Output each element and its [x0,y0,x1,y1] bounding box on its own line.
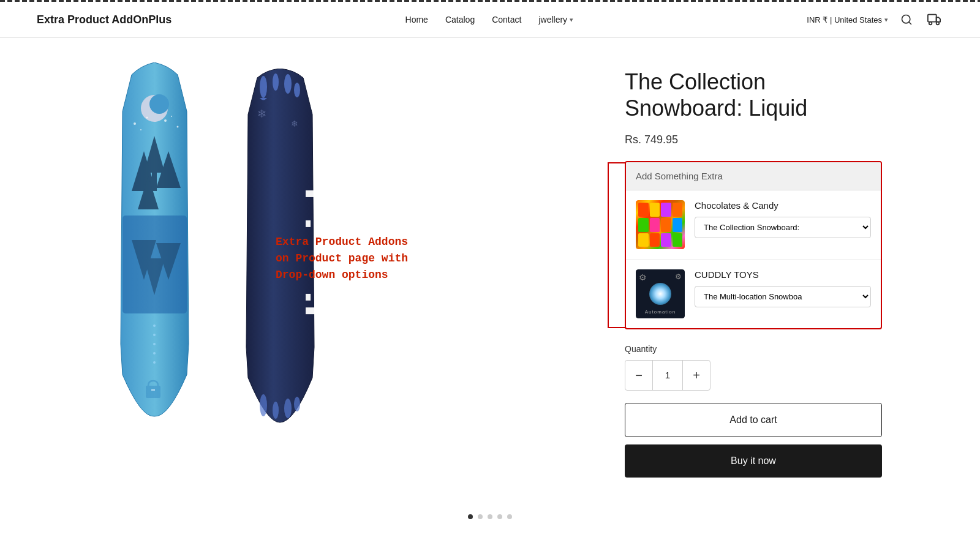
chocolates-image [636,200,685,249]
svg-point-25 [153,352,156,354]
quantity-decrease-button[interactable]: − [625,361,652,390]
chevron-down-icon: ▾ [884,16,888,24]
svg-rect-27 [146,386,160,398]
snowboard-left [98,62,211,418]
product-image-section: liquid ❄ ❄ Extra Pr [98,62,576,478]
svg-line-1 [909,22,911,24]
svg-point-12 [134,122,136,125]
addon-cuddly-info: CUDDLY TOYS The Multi-location Snowboa O… [695,269,871,307]
svg-point-26 [153,361,156,364]
svg-point-14 [164,119,167,122]
svg-point-29 [260,76,267,98]
addon-chocolates-name: Chocolates & Candy [695,200,871,211]
svg-text:❄: ❄ [291,119,298,129]
product-price: Rs. 749.95 [625,133,882,146]
svg-point-6 [149,94,169,114]
svg-point-34 [260,394,267,416]
svg-point-3 [929,22,932,25]
add-to-cart-button[interactable]: Add to cart [625,403,882,437]
dot-5 [507,514,512,519]
svg-point-36 [284,399,292,418]
product-title: The Collection Snowboard: Liquid [625,69,882,121]
cart-icon [927,13,941,26]
svg-rect-11 [152,173,157,191]
header-actions: INR ₹ | United States ▾ [807,10,943,29]
nav-home[interactable]: Home [405,15,428,24]
nav-jewellery-dropdown[interactable]: jwellery ▾ [538,15,573,24]
quantity-control: − 1 + [625,360,710,391]
brand-logo: Extra Product AddOnPlus [37,13,172,26]
svg-point-24 [153,343,156,345]
dot-1 [468,514,473,519]
cuddly-toys-image: ⚙ ⚙ Automation [636,269,685,318]
addon-cuddly-select[interactable]: The Multi-location Snowboa Option 2 Opti… [695,286,871,307]
dot-4 [497,514,502,519]
svg-point-13 [146,117,148,119]
svg-point-4 [937,22,940,25]
extra-section-header: Add Something Extra [626,162,881,190]
product-detail-section: The Collection Snowboard: Liquid Rs. 749… [625,62,882,478]
addon-chocolates-select[interactable]: The Collection Snowboard: Option 2 Optio… [695,217,871,238]
search-icon [900,13,913,26]
extra-section: Add Something Extra [625,161,882,329]
quantity-label: Quantity [625,344,882,354]
svg-rect-2 [928,15,937,22]
svg-point-15 [177,126,179,128]
nav-catalog[interactable]: Catalog [445,15,475,24]
addon-cuddly-name: CUDDLY TOYS [695,269,871,280]
svg-point-17 [171,116,172,117]
svg-point-30 [273,73,279,91]
main-nav: Home Catalog Contact jwellery ▾ [405,15,574,24]
dot-2 [478,514,483,519]
dot-3 [488,514,492,519]
site-header: Extra Product AddOnPlus Home Catalog Con… [0,2,980,38]
pagination-dots [0,502,980,531]
svg-point-31 [284,74,292,94]
svg-point-35 [273,402,279,419]
currency-selector[interactable]: INR ₹ | United States ▾ [807,15,888,24]
svg-point-32 [294,83,300,97]
svg-point-16 [140,129,141,130]
quantity-increase-button[interactable]: + [683,361,710,390]
main-content: liquid ❄ ❄ Extra Pr [61,38,919,502]
nav-contact[interactable]: Contact [492,15,521,24]
chevron-down-icon: ▾ [570,16,573,24]
cart-button[interactable] [925,10,943,29]
addon-chocolates-info: Chocolates & Candy The Collection Snowbo… [695,200,871,238]
addon-cuddly-toys: ⚙ ⚙ Automation CUDDLY TOYS The Multi-loc… [626,260,881,328]
search-button[interactable] [898,11,915,28]
svg-rect-28 [151,389,155,391]
buy-now-button[interactable]: Buy it now [625,444,882,478]
svg-text:❄: ❄ [257,108,266,120]
svg-point-23 [153,334,156,336]
addon-chocolates: Chocolates & Candy The Collection Snowbo… [626,190,881,260]
svg-point-37 [294,397,300,411]
product-annotation-text: Extra Product Addons on Product page wit… [276,234,410,283]
quantity-value: 1 [652,361,683,390]
svg-point-22 [153,324,156,327]
